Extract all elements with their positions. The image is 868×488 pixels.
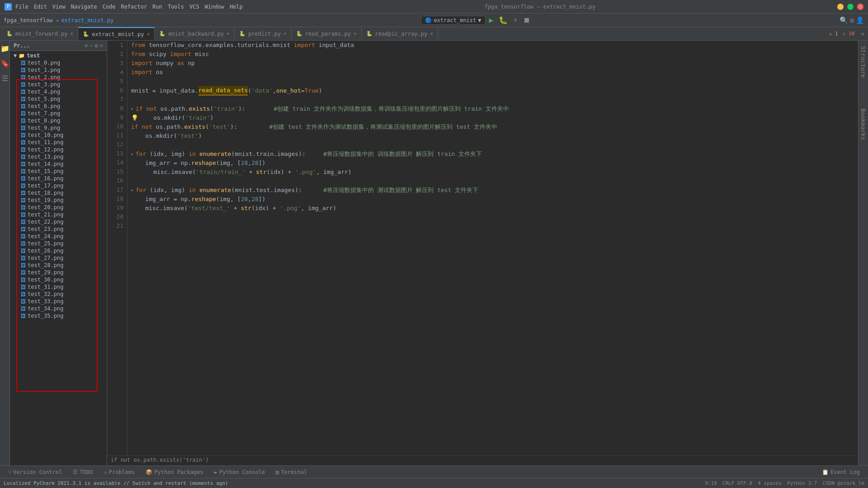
bottom-tab-python-console[interactable]: ► Python Console [210, 467, 269, 477]
tab-read-params[interactable]: 🐍 read_params.py × [292, 27, 362, 41]
bottom-tab-python-packages[interactable]: 📦 Python Packages [141, 467, 208, 477]
menu-view[interactable]: View [52, 4, 66, 10]
file-item-19[interactable]: 🖼test_19.png [10, 197, 107, 204]
file-item-29[interactable]: 🖼test_29.png [10, 269, 107, 276]
file-item-5[interactable]: 🖼test_5.png [10, 95, 107, 103]
file-item-31[interactable]: 🖼test_31.png [10, 283, 107, 291]
file-icon-17: 🖼 [21, 183, 26, 189]
file-item-17[interactable]: 🖼test_17.png [10, 182, 107, 189]
menu-navigate[interactable]: Navigate [71, 4, 97, 10]
menu-refactor[interactable]: Refactor [121, 4, 147, 10]
structure-label[interactable]: Structure [858, 44, 868, 80]
menu-bar: File Edit View Navigate Code Refactor Ru… [15, 4, 243, 10]
settings-icon[interactable]: ⚙ [850, 16, 854, 24]
maximize-button[interactable]: □ [847, 4, 854, 10]
file-item-32[interactable]: 🖼test_32.png [10, 291, 107, 298]
menu-window[interactable]: Window [205, 4, 224, 10]
project-settings-icon[interactable]: ⚙ [95, 42, 98, 49]
folder-test[interactable]: ▼ 📁 test [10, 52, 107, 59]
file-item-24[interactable]: 🖼test_24.png [10, 233, 107, 240]
tab-readpic-array[interactable]: 🐍 readpic_array.py × [362, 27, 438, 41]
project-locate-icon[interactable]: ⊙ [85, 42, 88, 49]
tab-close-predict[interactable]: × [283, 31, 287, 37]
file-item-11[interactable]: 🖼test_11.png [10, 139, 107, 146]
file-item-3[interactable]: 🖼test_3.png [10, 81, 107, 88]
event-log-button[interactable]: 📋 Event Log [817, 467, 864, 477]
bottom-tab-terminal[interactable]: ▤ Terminal [271, 467, 311, 477]
bookmarks-label[interactable]: Bookmarks [858, 107, 868, 142]
search-everywhere-icon[interactable]: 🔍 [840, 16, 848, 24]
menu-help[interactable]: Help [230, 4, 243, 10]
run-button[interactable]: ▶ [487, 15, 495, 25]
code-view[interactable]: from tensorflow_core.examples.tutorials.… [127, 41, 858, 455]
sidebar-structure-icon[interactable]: ☰ [1, 72, 9, 84]
file-icon-35: 🖼 [21, 313, 26, 319]
project-collapse-icon[interactable]: − [90, 42, 93, 49]
line-col-indicator: 9:19 [705, 480, 717, 486]
file-item-23[interactable]: 🖼test_23.png [10, 225, 107, 233]
file-item-28[interactable]: 🖼test_28.png [10, 262, 107, 269]
close-button[interactable]: × [857, 4, 863, 10]
file-item-21[interactable]: 🖼test_21.png [10, 211, 107, 218]
run-config-dropdown[interactable]: 🔵 extract_mnist ▼ [421, 16, 485, 25]
run-coverage-button[interactable]: ⚡ [511, 15, 519, 25]
tab-predict[interactable]: 🐍 predict.py × [235, 27, 292, 41]
file-item-7[interactable]: 🖼test_7.png [10, 110, 107, 117]
file-icon-33: 🖼 [21, 299, 26, 305]
tab-close-extract-mnist[interactable]: × [147, 31, 150, 37]
menu-code[interactable]: Code [103, 4, 116, 10]
bottom-tab-todo[interactable]: ☰ TODO [68, 467, 97, 477]
user-icon[interactable]: 👤 [856, 16, 864, 24]
tab-close-read-params[interactable]: × [354, 31, 357, 37]
sidebar-project-icon[interactable]: 📁 [0, 42, 10, 55]
project-close-icon[interactable]: × [100, 42, 103, 49]
menu-file[interactable]: File [15, 4, 28, 10]
file-item-6[interactable]: 🖼test_6.png [10, 103, 107, 110]
menu-run[interactable]: Run [152, 4, 162, 10]
file-item-34[interactable]: 🖼test_34.png [10, 305, 107, 312]
tab-close-mnist-backward[interactable]: × [226, 31, 230, 37]
file-item-9[interactable]: 🖼test_9.png [10, 124, 107, 131]
file-item-20[interactable]: 🖼test_20.png [10, 204, 107, 211]
title-bar: P File Edit View Navigate Code Refactor … [0, 0, 868, 14]
file-item-8[interactable]: 🖼test_8.png [10, 117, 107, 124]
code-line-17: ▸for (idx, img) in enumerate(mnist.test.… [131, 186, 854, 195]
stop-button[interactable]: ⏹ [521, 15, 532, 25]
file-item-16[interactable]: 🖼test_16.png [10, 175, 107, 182]
file-item-33[interactable]: 🖼test_33.png [10, 298, 107, 305]
code-line-2: from scipy import misc [131, 50, 854, 59]
file-item-35[interactable]: 🖼test_35.png [10, 312, 107, 319]
file-item-13[interactable]: 🖼test_13.png [10, 153, 107, 160]
file-item-12[interactable]: 🖼test_12.png [10, 146, 107, 153]
file-item-25[interactable]: 🖼test_25.png [10, 240, 107, 247]
minimize-button[interactable]: _ [837, 4, 844, 10]
sidebar-bookmarks-icon[interactable]: 🔖 [0, 57, 10, 70]
file-item-15[interactable]: 🖼test_15.png [10, 168, 107, 175]
tab-extract-mnist[interactable]: 🐍 extract_mnist.py × [78, 27, 155, 41]
tab-mnist-forward[interactable]: 🐍 mnist_forward.py × [2, 27, 78, 41]
file-item-10[interactable]: 🖼test_10.png [10, 131, 107, 139]
file-item-26[interactable]: 🖼test_26.png [10, 247, 107, 254]
bottom-tab-version-control[interactable]: ⑂ Version Control [4, 467, 66, 477]
file-item-27[interactable]: 🖼test_27.png [10, 254, 107, 262]
file-item-30[interactable]: 🖼test_30.png [10, 276, 107, 283]
file-item-14[interactable]: 🖼test_14.png [10, 160, 107, 168]
bottom-tab-problems[interactable]: ⚠ Problems [99, 467, 139, 477]
debug-button[interactable]: 🐛 [497, 15, 509, 25]
menu-edit[interactable]: Edit [34, 4, 47, 10]
menu-tools[interactable]: Tools [168, 4, 184, 10]
tab-close-mnist-forward[interactable]: × [71, 31, 74, 37]
file-item-4[interactable]: 🖼test_4.png [10, 88, 107, 95]
tab-close-readpic-array[interactable]: × [430, 31, 433, 37]
file-item-1[interactable]: 🖼test_1.png [10, 66, 107, 74]
file-icon-34: 🖼 [21, 306, 26, 312]
menu-vcs[interactable]: VCS [189, 4, 199, 10]
close-all-tabs-icon[interactable]: × [861, 30, 864, 37]
event-log-icon: 📋 [822, 469, 829, 475]
file-item-22[interactable]: 🖼test_22.png [10, 218, 107, 225]
folder-arrow: ▼ [14, 52, 17, 59]
file-item-2[interactable]: 🖼test_2.png [10, 74, 107, 81]
file-item-18[interactable]: 🖼test_18.png [10, 189, 107, 197]
file-item-0[interactable]: 🖼test_0.png [10, 59, 107, 66]
tab-mnist-backward[interactable]: 🐍 mnist_backward.py × [155, 27, 234, 41]
